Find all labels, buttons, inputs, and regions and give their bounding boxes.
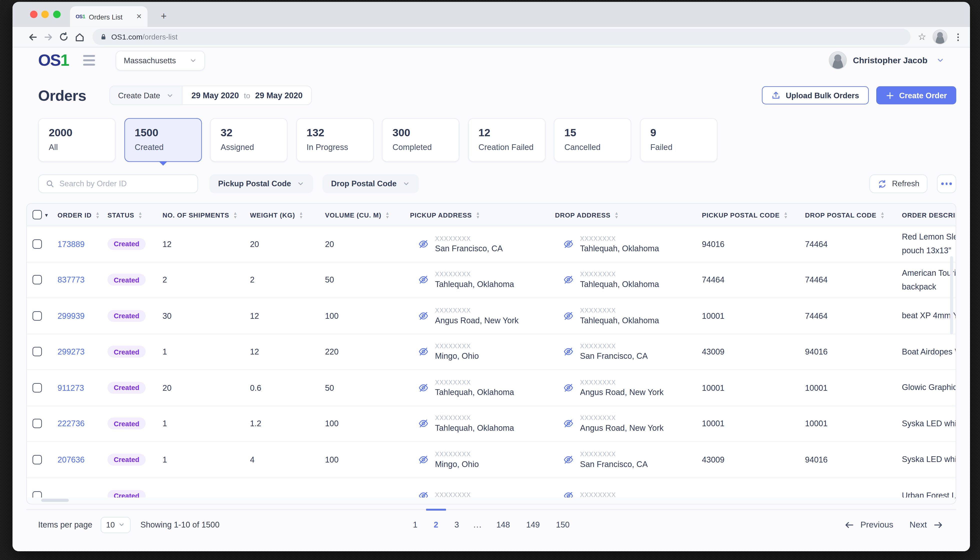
bookmark-star-icon[interactable]: ☆ (918, 31, 926, 42)
page-2[interactable]: 2 (425, 510, 446, 540)
eye-off-icon[interactable] (418, 382, 429, 393)
column-header-drop-address[interactable]: DROP ADDRESS ▵▿ (555, 211, 702, 218)
browser-profile-avatar[interactable] (932, 30, 948, 45)
row-checkbox[interactable] (32, 383, 42, 392)
column-header-weight-kg-[interactable]: WEIGHT (KG) ▵▿ (250, 211, 325, 218)
date-range[interactable]: 29 May 2020 to 29 May 2020 (183, 86, 312, 105)
zoom-window-button[interactable] (53, 11, 60, 18)
refresh-button[interactable]: Refresh (870, 175, 928, 193)
sort-icon[interactable]: ▵▿ (386, 211, 388, 218)
eye-off-icon[interactable] (563, 454, 574, 465)
eye-off-icon[interactable] (418, 454, 429, 465)
sort-icon[interactable]: ▵▿ (477, 211, 479, 218)
new-tab-button[interactable]: + (156, 9, 171, 24)
items-per-page-select[interactable]: 10 (100, 517, 130, 533)
minimize-window-button[interactable] (42, 11, 49, 18)
row-checkbox[interactable] (32, 275, 42, 285)
row-checkbox[interactable] (32, 455, 42, 464)
column-header-order-id[interactable]: ORDER ID ▵▿ (58, 211, 108, 218)
vertical-scrollbar[interactable] (950, 256, 953, 335)
create-order-button[interactable]: Create Order (876, 86, 956, 105)
forward-icon[interactable] (41, 30, 56, 45)
status-card-created[interactable]: 1500 Created (124, 118, 202, 162)
status-card-all[interactable]: 2000 All (38, 118, 116, 162)
url-bar[interactable]: OS1.com/orders-list (92, 29, 910, 45)
order-id-link[interactable]: 222736 (58, 419, 85, 428)
horizontal-scrollbar[interactable] (41, 499, 69, 502)
pickup-postal-cell: 10001 (702, 383, 805, 392)
status-card-assigned[interactable]: 32 Assigned (210, 118, 288, 162)
eye-off-icon[interactable] (563, 418, 574, 429)
column-header-drop-postal-code[interactable]: DROP POSTAL CODE ▵▿ (805, 211, 902, 218)
back-icon[interactable] (25, 30, 40, 45)
status-card-completed[interactable]: 300 Completed (382, 118, 460, 162)
browser-menu-icon[interactable]: ⋮ (954, 32, 962, 42)
status-card-cancelled[interactable]: 15 Cancelled (554, 118, 631, 162)
hamburger-menu-icon[interactable] (83, 55, 95, 65)
reload-icon[interactable] (56, 30, 71, 45)
select-menu-caret-icon[interactable]: ▾ (45, 212, 48, 218)
row-checkbox[interactable] (32, 419, 42, 428)
sort-icon[interactable]: ▵▿ (785, 211, 787, 218)
eye-off-icon[interactable] (563, 310, 574, 321)
page-3[interactable]: 3 (446, 510, 467, 540)
order-id-link[interactable]: 207636 (58, 455, 85, 464)
column-header-no-of-shipments[interactable]: NO. OF SHIPMENTS ▵▿ (162, 211, 250, 218)
column-header-volume-cu-m-[interactable]: VOLUME (CU. M) ▵▿ (325, 211, 410, 218)
eye-off-icon[interactable] (563, 275, 574, 285)
sort-icon[interactable]: ▵▿ (97, 211, 98, 218)
row-checkbox[interactable] (32, 311, 42, 320)
page-148[interactable]: 148 (488, 510, 518, 540)
order-description-cell: American Touri backpack (902, 266, 957, 293)
column-header-pickup-postal-code[interactable]: PICKUP POSTAL CODE ▵▿ (702, 211, 805, 218)
status-card-failed[interactable]: 9 Failed (640, 118, 717, 162)
status-card-count: 32 (221, 127, 277, 140)
column-header-pickup-address[interactable]: PICKUP ADDRESS ▵▿ (410, 211, 555, 218)
close-window-button[interactable] (30, 11, 38, 18)
upload-bulk-orders-button[interactable]: Upload Bulk Orders (762, 86, 868, 105)
eye-off-icon[interactable] (563, 382, 574, 393)
page-150[interactable]: 150 (548, 510, 578, 540)
status-card-creation-failed[interactable]: 12 Creation Failed (468, 118, 545, 162)
order-id-link[interactable]: 911273 (58, 383, 84, 392)
page-1[interactable]: 1 (405, 510, 425, 540)
order-id-link[interactable]: 837773 (58, 275, 85, 285)
eye-off-icon[interactable] (418, 310, 429, 321)
row-checkbox[interactable] (32, 347, 42, 357)
column-header-status[interactable]: STATUS ▵▿ (108, 211, 162, 218)
eye-off-icon[interactable] (563, 238, 574, 249)
order-id-link[interactable]: 299939 (58, 311, 85, 320)
select-all-checkbox[interactable] (32, 210, 42, 220)
browser-tab[interactable]: OS1 Orders List ✕ (70, 6, 148, 27)
eye-off-icon[interactable] (418, 238, 429, 249)
page-149[interactable]: 149 (518, 510, 548, 540)
date-filter-type-dropdown[interactable]: Create Date (110, 86, 183, 105)
search-input[interactable] (60, 180, 191, 188)
user-menu[interactable]: Christopher Jacob (828, 51, 944, 70)
order-id-link[interactable]: 299273 (58, 347, 85, 357)
eye-off-icon[interactable] (418, 347, 429, 357)
eye-off-icon[interactable] (418, 418, 429, 429)
region-select[interactable]: Massachusetts (116, 50, 205, 70)
next-button[interactable]: Next (910, 520, 927, 530)
home-icon[interactable] (72, 30, 87, 45)
sort-icon[interactable]: ▵▿ (139, 211, 141, 218)
status-card-label: Creation Failed (478, 142, 535, 152)
sort-icon[interactable]: ▵▿ (234, 211, 236, 218)
drop-postal-filter[interactable]: Drop Postal Code (322, 175, 418, 193)
eye-off-icon[interactable] (563, 347, 574, 357)
status-badge: Created (108, 238, 145, 250)
order-id-link[interactable]: 173889 (58, 239, 85, 249)
sort-icon[interactable]: ▵▿ (615, 211, 618, 218)
chevron-down-icon (402, 180, 410, 188)
more-actions-button[interactable] (937, 175, 957, 193)
sort-icon[interactable]: ▵▿ (300, 211, 302, 218)
column-header-order-descripti[interactable]: ORDER DESCRIPTI ▵▿ (902, 211, 957, 218)
pickup-postal-filter[interactable]: Pickup Postal Code (210, 175, 313, 193)
previous-button[interactable]: Previous (860, 520, 893, 530)
status-card-in-progress[interactable]: 132 In Progress (296, 118, 373, 162)
tab-close-icon[interactable]: ✕ (136, 12, 142, 21)
sort-icon[interactable]: ▵▿ (882, 211, 883, 218)
row-checkbox[interactable] (32, 239, 42, 249)
eye-off-icon[interactable] (418, 275, 429, 285)
